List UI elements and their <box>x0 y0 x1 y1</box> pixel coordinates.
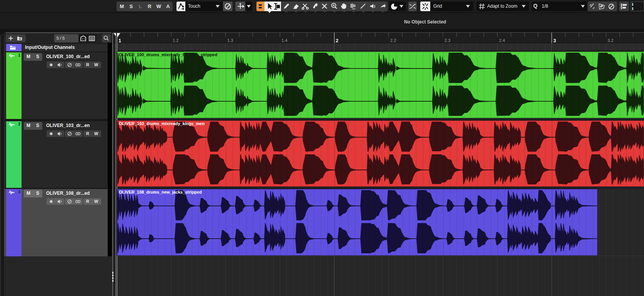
svg-text:3.2: 3.2 <box>607 38 613 43</box>
svg-text:1: 1 <box>118 38 121 43</box>
svg-text:1.3: 1.3 <box>227 38 233 43</box>
svg-text:2.3: 2.3 <box>444 38 450 43</box>
svg-text:1.2: 1.2 <box>173 38 178 43</box>
svg-text:3: 3 <box>553 38 556 43</box>
svg-text:2: 2 <box>336 38 338 43</box>
svg-text:2.4: 2.4 <box>499 38 505 43</box>
svg-text:1.4: 1.4 <box>281 38 287 43</box>
svg-text:2.2: 2.2 <box>390 38 396 43</box>
